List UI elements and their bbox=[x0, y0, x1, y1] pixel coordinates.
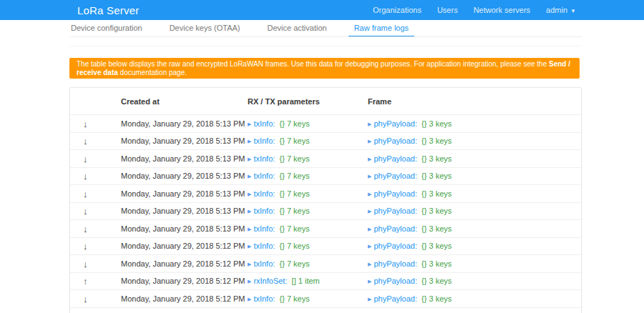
expand-triangle-icon[interactable]: ▶ bbox=[248, 244, 251, 249]
json-key[interactable]: txInfo: bbox=[253, 242, 275, 250]
frame-cell: ▶phyPayload: {} 3 keys bbox=[368, 242, 488, 250]
json-summary: 3 keys bbox=[429, 242, 452, 250]
expand-triangle-icon[interactable]: ▶ bbox=[248, 227, 251, 232]
frame-cell: ▶phyPayload: {} 3 keys bbox=[368, 136, 488, 145]
expand-triangle-icon[interactable]: ▶ bbox=[248, 139, 251, 144]
json-key[interactable]: phyPayload: bbox=[374, 154, 417, 163]
json-key[interactable]: txInfo: bbox=[253, 207, 275, 215]
rx-tx-parameters-cell: ▶txInfo: {} 7 keys bbox=[248, 294, 368, 303]
expand-triangle-icon[interactable]: ▶ bbox=[368, 244, 371, 249]
tab-raw-frame-logs[interactable]: Raw frame logs bbox=[353, 21, 410, 36]
json-bracket: {} bbox=[279, 172, 284, 180]
json-summary: 3 keys bbox=[429, 154, 452, 163]
json-summary: 3 keys bbox=[429, 207, 452, 215]
json-bracket: {} bbox=[421, 119, 426, 128]
direction-cell: ↓ bbox=[70, 204, 121, 217]
table-header-row: Created at RX / TX parameters Frame bbox=[70, 88, 581, 114]
json-bracket: {} bbox=[421, 136, 426, 145]
json-bracket: {} bbox=[279, 189, 284, 198]
expand-triangle-icon[interactable]: ▶ bbox=[248, 174, 251, 179]
json-key[interactable]: txInfo: bbox=[253, 189, 275, 198]
rx-tx-parameters-cell: ▶txInfo: {} 7 keys bbox=[248, 207, 368, 215]
json-summary: 7 keys bbox=[287, 172, 310, 180]
frame-cell: ▶phyPayload: {} 3 keys bbox=[368, 119, 488, 128]
created-at-cell: Monday, January 29, 2018 5:13 PM bbox=[121, 189, 248, 198]
json-key[interactable]: phyPayload: bbox=[374, 207, 417, 215]
expand-triangle-icon[interactable]: ▶ bbox=[368, 279, 371, 284]
json-key[interactable]: phyPayload: bbox=[374, 189, 417, 198]
json-key[interactable]: txInfo: bbox=[253, 119, 275, 128]
expand-triangle-icon[interactable]: ▶ bbox=[248, 156, 251, 162]
banner-text-after: documentation page. bbox=[118, 69, 187, 76]
tab-device-activation[interactable]: Device activation bbox=[265, 21, 328, 36]
nav-network-servers[interactable]: Network servers bbox=[474, 6, 530, 14]
direction-cell: ↓ bbox=[70, 309, 121, 313]
nav-admin-menu[interactable]: admin▼ bbox=[546, 6, 576, 14]
tab-device-configuration[interactable]: Device configuration bbox=[69, 21, 144, 36]
expand-triangle-icon[interactable]: ▶ bbox=[368, 227, 371, 232]
nav-users[interactable]: Users bbox=[437, 6, 458, 14]
json-bracket: {} bbox=[421, 189, 426, 198]
created-at-cell: Monday, January 29, 2018 5:12 PM bbox=[121, 277, 248, 285]
column-header-frame: Frame bbox=[368, 97, 488, 106]
table-row: ↓Monday, January 29, 2018 5:13 PM▶txInfo… bbox=[70, 202, 581, 220]
rx-tx-parameters-cell: ▶txInfo: {} 7 keys bbox=[248, 154, 368, 163]
json-bracket: {} bbox=[421, 259, 426, 268]
json-key[interactable]: txInfo: bbox=[253, 136, 275, 145]
json-summary: 3 keys bbox=[429, 136, 452, 145]
table-row: ↓Monday, January 29, 2018 5:12 PM▶txInfo… bbox=[70, 237, 581, 255]
tab-device-keys-otaa[interactable]: Device keys (OTAA) bbox=[168, 21, 242, 36]
json-summary: 3 keys bbox=[429, 119, 452, 128]
expand-triangle-icon[interactable]: ▶ bbox=[368, 174, 371, 179]
direction-cell: ↓ bbox=[70, 292, 121, 305]
expand-triangle-icon[interactable]: ▶ bbox=[368, 262, 371, 267]
expand-triangle-icon[interactable]: ▶ bbox=[368, 156, 371, 162]
table-row: ↓Monday, January 29, 2018 5:13 PM▶txInfo… bbox=[70, 149, 581, 167]
table-row: ↓Monday, January 29, 2018 5:12 PM▶txInfo… bbox=[70, 254, 581, 272]
app-bar: LoRa Server Organizations Users Network … bbox=[0, 0, 644, 20]
rx-tx-parameters-cell: ▶txInfo: {} 7 keys bbox=[248, 242, 368, 250]
expand-triangle-icon[interactable]: ▶ bbox=[368, 209, 371, 214]
expand-triangle-icon[interactable]: ▶ bbox=[248, 279, 251, 284]
table-row: ↓Monday, January 29, 2018 5:13 PM▶txInfo… bbox=[70, 184, 581, 202]
json-key[interactable]: phyPayload: bbox=[374, 294, 417, 303]
expand-triangle-icon[interactable]: ▶ bbox=[368, 297, 371, 302]
json-key[interactable]: rxInfoSet: bbox=[253, 277, 287, 285]
json-key[interactable]: txInfo: bbox=[253, 224, 275, 233]
table-row: ↓ bbox=[70, 307, 581, 313]
json-key[interactable]: txInfo: bbox=[253, 172, 275, 180]
json-summary: 7 keys bbox=[287, 242, 310, 250]
json-key[interactable]: phyPayload: bbox=[374, 242, 417, 250]
json-key[interactable]: phyPayload: bbox=[374, 277, 417, 285]
expand-triangle-icon[interactable]: ▶ bbox=[368, 139, 371, 144]
json-key[interactable]: txInfo: bbox=[253, 154, 275, 163]
expand-triangle-icon[interactable]: ▶ bbox=[248, 192, 251, 197]
json-bracket: {} bbox=[279, 136, 284, 145]
table-row: ↓Monday, January 29, 2018 5:13 PM▶txInfo… bbox=[70, 167, 581, 185]
expand-triangle-icon[interactable]: ▶ bbox=[248, 297, 251, 302]
json-key[interactable]: phyPayload: bbox=[374, 136, 417, 145]
expand-triangle-icon[interactable]: ▶ bbox=[368, 121, 371, 126]
json-summary: 3 keys bbox=[429, 259, 452, 268]
json-key[interactable]: phyPayload: bbox=[374, 119, 417, 128]
expand-triangle-icon[interactable]: ▶ bbox=[248, 121, 251, 126]
frame-cell: ▶phyPayload: {} 3 keys bbox=[368, 189, 488, 198]
expand-triangle-icon[interactable]: ▶ bbox=[368, 192, 371, 197]
nav-admin-label: admin bbox=[546, 6, 567, 14]
json-summary: 1 item bbox=[298, 277, 320, 285]
frame-log-card: Created at RX / TX parameters Frame ↓Mon… bbox=[69, 87, 582, 313]
expand-triangle-icon[interactable]: ▶ bbox=[248, 262, 251, 267]
frame-cell: ▶phyPayload: {} 3 keys bbox=[368, 277, 488, 285]
json-key[interactable]: txInfo: bbox=[253, 259, 275, 268]
content-top-divider bbox=[69, 46, 582, 46]
rx-tx-parameters-cell: ▶txInfo: {} 7 keys bbox=[248, 259, 368, 268]
expand-triangle-icon[interactable]: ▶ bbox=[248, 209, 251, 214]
info-banner-text: The table below displays the raw and enc… bbox=[77, 60, 572, 77]
json-key[interactable]: phyPayload: bbox=[374, 172, 417, 180]
json-key[interactable]: phyPayload: bbox=[374, 259, 417, 268]
json-key[interactable]: phyPayload: bbox=[374, 224, 417, 233]
table-row: ↑Monday, January 29, 2018 5:12 PM▶rxInfo… bbox=[70, 272, 581, 290]
column-header-created-at: Created at bbox=[121, 97, 248, 106]
json-key[interactable]: txInfo: bbox=[253, 294, 275, 303]
nav-organizations[interactable]: Organizations bbox=[373, 6, 421, 14]
